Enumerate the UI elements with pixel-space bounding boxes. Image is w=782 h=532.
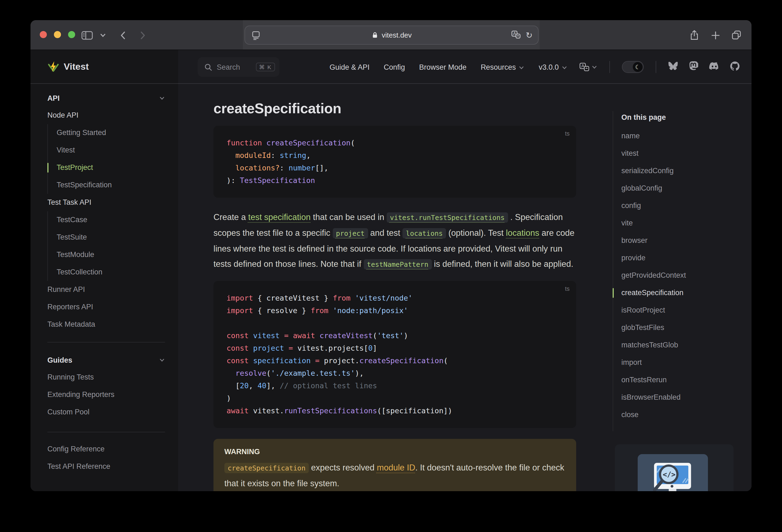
code-line (226, 317, 563, 329)
sidebar-item-vitest[interactable]: Vitest (57, 142, 165, 159)
sidebar-item-getting started[interactable]: Getting Started (57, 124, 165, 142)
nav-item-label: Config (384, 63, 405, 71)
inline-code-link[interactable]: testNamePattern (363, 259, 432, 270)
toc-item-globalconfig[interactable]: globalConfig (621, 180, 744, 197)
search-icon (204, 63, 212, 71)
sidebar-divider (47, 432, 165, 432)
sidebar-item-testsuite[interactable]: TestSuite (57, 229, 165, 246)
sidebar-item-test-task-api[interactable]: Test Task API (47, 194, 165, 211)
sidebar-toggle-icon[interactable] (81, 20, 93, 50)
inline-code-link[interactable]: vitest.runTestSpecifications (387, 212, 508, 223)
discord-icon[interactable] (709, 62, 719, 72)
translate-icon: A (579, 63, 589, 71)
vitest-bolt-icon (47, 61, 59, 73)
nav-item-config[interactable]: Config (384, 63, 405, 71)
new-tab-icon[interactable] (710, 20, 721, 50)
inline-link[interactable]: test specification (248, 212, 311, 222)
inline-code: createSpecification (224, 463, 309, 473)
code-line: const specification = project.createSpec… (226, 354, 563, 367)
reload-icon[interactable]: ↻ (526, 31, 533, 39)
nav-item-browser-mode[interactable]: Browser Mode (419, 63, 466, 71)
code-inspect-illustration: </> (638, 454, 708, 491)
page-title: createSpecification (213, 100, 576, 117)
sidebar-section-guides[interactable]: Guides (47, 351, 165, 369)
toc-item-isbrowserenabled[interactable]: isBrowserEnabled (621, 389, 744, 406)
toc-item-getprovidedcontext[interactable]: getProvidedContext (621, 267, 744, 284)
toc-item-provide[interactable]: provide (621, 249, 744, 267)
mastodon-icon[interactable] (689, 61, 698, 73)
tab-overview-icon[interactable] (731, 20, 742, 50)
sidebar-item-runner-api[interactable]: Runner API (47, 281, 165, 298)
sidebar-item-running-tests[interactable]: Running Tests (47, 369, 165, 386)
toc-item-matchestestglob[interactable]: matchesTestGlob (621, 336, 744, 354)
toc-item-serializedconfig[interactable]: serializedConfig (621, 162, 744, 180)
sidebar-section-label: Guides (47, 356, 72, 364)
nav-item-guide-api[interactable]: Guide & API (329, 63, 369, 71)
toc-item-import[interactable]: import (621, 354, 744, 371)
nav-item-v3-0-0[interactable]: v3.0.0 (539, 63, 567, 71)
sidebar: APINode APIGetting StartedVitestTestProj… (31, 50, 178, 491)
sidebar-item-reporters-api[interactable]: Reporters API (47, 298, 165, 316)
sidebar-item-testcase[interactable]: TestCase (57, 211, 165, 229)
toc-item-vitest[interactable]: vitest (621, 145, 744, 162)
vitest-logo[interactable]: Vitest (47, 50, 89, 84)
toc-item-ontestsrerun[interactable]: onTestsRerun (621, 371, 744, 389)
sidebar-item-testproject[interactable]: TestProject (57, 159, 165, 176)
search-input[interactable]: Search ⌘ K (198, 57, 279, 77)
toc-title: On this page (621, 111, 744, 123)
nav-item-resources[interactable]: Resources (481, 63, 525, 71)
sidebar-chevron-icon[interactable] (100, 20, 106, 50)
toc-item-isrootproject[interactable]: isRootProject (621, 302, 744, 319)
zoom-button[interactable] (68, 31, 75, 38)
nav-item-label: v3.0.0 (539, 63, 559, 71)
toc-item-browser[interactable]: browser (621, 232, 744, 249)
sidebar-item-extending-reporters[interactable]: Extending Reporters (47, 386, 165, 403)
minimize-button[interactable] (54, 31, 61, 38)
social-links (668, 61, 740, 73)
share-icon[interactable] (689, 20, 700, 50)
sidebar-item-task-metadata[interactable]: Task Metadata (47, 316, 165, 333)
code-line: await vitest.runTestSpecifications([spec… (226, 404, 563, 417)
sidebar-item-custom-pool[interactable]: Custom Pool (47, 403, 165, 421)
divider (609, 61, 610, 73)
sponsor-card[interactable]: </> (615, 444, 734, 491)
inline-link[interactable]: locations (506, 228, 539, 238)
sidebar-item-testcollection[interactable]: TestCollection (57, 263, 165, 281)
code-line: [20, 40], // optional test lines (226, 380, 563, 392)
inline-code-link[interactable]: project (333, 228, 368, 239)
toc-item-close[interactable]: close (621, 406, 744, 424)
address-bar[interactable]: vitest.dev A ↻ (245, 26, 539, 45)
inline-code-link[interactable]: locations (403, 228, 446, 239)
language-menu[interactable]: A (579, 63, 597, 71)
site-navbar: Vitest Search ⌘ K Guide & APIConfigBrows… (31, 50, 751, 84)
browser-toolbar: vitest.dev A ↻ (31, 20, 751, 50)
code-block-signature: tsfunction createSpecification( moduleId… (213, 126, 576, 198)
search-label: Search (217, 63, 240, 71)
sidebar-item-testmodule[interactable]: TestModule (57, 246, 165, 263)
github-icon[interactable] (730, 61, 740, 73)
inline-link[interactable]: module ID (377, 463, 415, 472)
dark-mode-toggle[interactable]: ☾ (622, 61, 644, 73)
back-icon[interactable] (118, 20, 129, 50)
forward-icon[interactable] (137, 20, 148, 50)
toc-item-createspecification[interactable]: createSpecification (621, 284, 744, 302)
chevron-down-icon (519, 66, 525, 69)
code-content: import { createVitest } from 'vitest/nod… (213, 281, 576, 428)
page-translate-icon[interactable]: A (511, 30, 521, 40)
sidebar-item-testspecification[interactable]: TestSpecification (57, 176, 165, 194)
sidebar-section-api[interactable]: API (47, 89, 165, 107)
sidebar-section-label: API (47, 94, 60, 102)
code-line: const vitest = await createVitest('test'… (226, 329, 563, 342)
bluesky-icon[interactable] (668, 62, 678, 72)
sidebar-item-test-api-reference[interactable]: Test API Reference (47, 458, 165, 475)
reader-icon[interactable] (252, 31, 260, 42)
sidebar-item-node-api[interactable]: Node API (47, 107, 165, 124)
nav-item-label: Resources (481, 63, 516, 71)
divider (656, 61, 656, 73)
toc-item-config[interactable]: config (621, 197, 744, 215)
toc-item-name[interactable]: name (621, 128, 744, 145)
sidebar-item-config-reference[interactable]: Config Reference (47, 440, 165, 458)
toc-item-vite[interactable]: vite (621, 215, 744, 232)
close-button[interactable] (40, 31, 47, 38)
toc-item-globtestfiles[interactable]: globTestFiles (621, 319, 744, 336)
